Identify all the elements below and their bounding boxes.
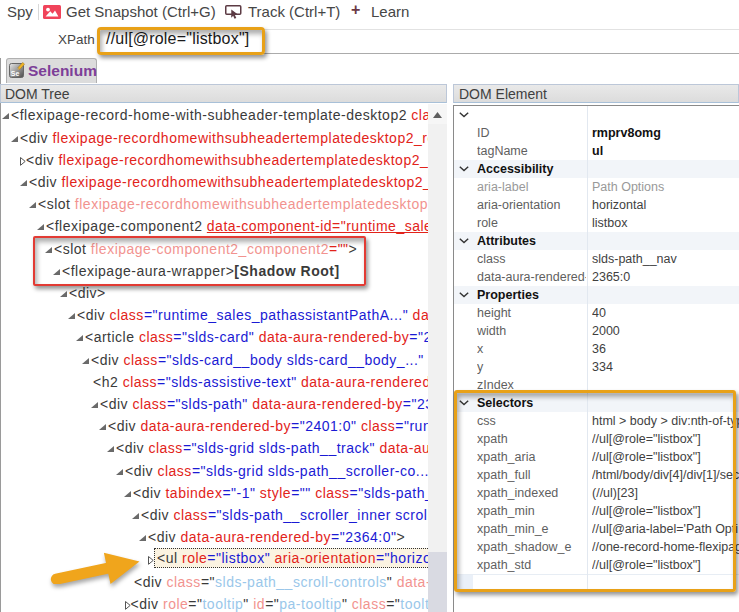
svg-text:Se: Se <box>11 70 20 77</box>
